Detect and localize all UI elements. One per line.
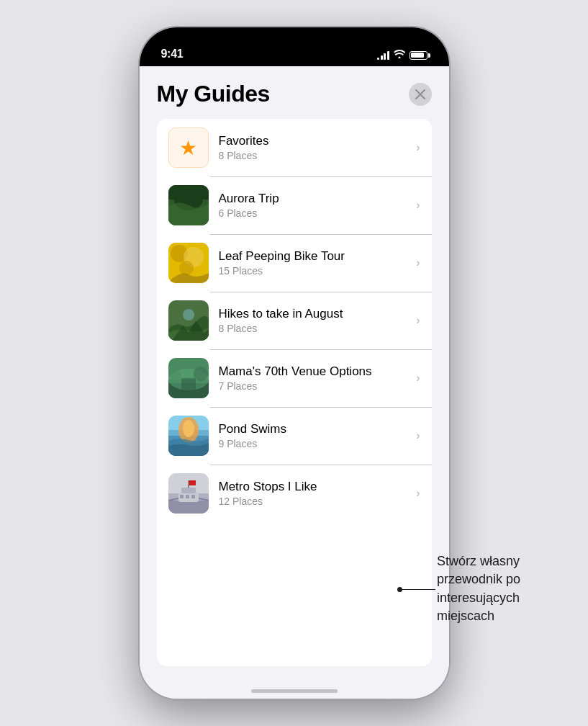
guide-name-favorites: Favorites xyxy=(219,134,407,148)
chevron-right-icon-7: › xyxy=(416,487,420,500)
guide-places-metro: 12 Places xyxy=(219,496,407,507)
chevron-right-icon-3: › xyxy=(416,256,420,269)
guide-thumbnail-pond xyxy=(168,416,209,456)
guide-item-leaf-peeping[interactable]: Leaf Peeping Bike Tour 15 Places › xyxy=(157,234,432,292)
guide-item-metro-stops[interactable]: Metro Stops I Like 12 Places › xyxy=(157,465,432,522)
guide-info-metro: Metro Stops I Like 12 Places xyxy=(219,480,407,507)
header-row: My Guides xyxy=(157,81,432,107)
guide-thumbnail-aurora-trip xyxy=(168,185,209,225)
close-button[interactable] xyxy=(409,83,432,106)
svg-rect-31 xyxy=(186,495,189,498)
phone-frame: 9:41 My Guides xyxy=(140,27,449,699)
status-icons xyxy=(377,50,428,60)
star-icon: ★ xyxy=(179,136,197,160)
guide-thumbnail-venue xyxy=(168,358,209,398)
svg-rect-16 xyxy=(181,378,196,398)
chevron-right-icon-5: › xyxy=(416,372,420,385)
guide-item-hikes-august[interactable]: Hikes to take in August 8 Places › xyxy=(157,292,432,349)
guides-list: ★ Favorites 8 Places › xyxy=(157,119,432,666)
guide-item-mamas-venue[interactable]: Mama's 70th Venue Options 7 Places › xyxy=(157,349,432,407)
guide-thumbnail-leaf-peeping xyxy=(168,243,209,283)
svg-point-14 xyxy=(170,370,181,382)
guide-thumbnail-favorites: ★ xyxy=(168,127,209,168)
chevron-right-icon-6: › xyxy=(416,429,420,442)
guide-name-hikes: Hikes to take in August xyxy=(219,307,407,321)
svg-rect-24 xyxy=(168,501,209,514)
chevron-right-icon-4: › xyxy=(416,314,420,327)
guide-item-favorites[interactable]: ★ Favorites 8 Places › xyxy=(157,119,432,176)
guide-places-aurora-trip: 6 Places xyxy=(219,207,407,219)
signal-bars-icon xyxy=(377,51,389,60)
svg-point-7 xyxy=(179,261,194,275)
guide-item-aurora-trip[interactable]: Aurora Trip 6 Places › xyxy=(157,176,432,234)
guide-places-favorites: 8 Places xyxy=(219,150,407,161)
guide-places-hikes: 8 Places xyxy=(219,323,407,334)
callout-line xyxy=(399,589,435,590)
guide-places-leaf-peeping: 15 Places xyxy=(219,265,407,277)
status-time: 9:41 xyxy=(161,48,184,60)
battery-icon xyxy=(410,51,428,60)
guide-places-venue: 7 Places xyxy=(219,380,407,392)
guide-info-aurora-trip: Aurora Trip 6 Places xyxy=(219,192,407,219)
home-indicator xyxy=(251,689,338,693)
wifi-icon xyxy=(394,50,405,60)
status-bar: 9:41 xyxy=(140,27,449,66)
svg-point-9 xyxy=(183,309,194,321)
guide-info-hikes: Hikes to take in August 8 Places xyxy=(219,307,407,334)
guide-info-venue: Mama's 70th Venue Options 7 Places xyxy=(219,364,407,392)
svg-rect-28 xyxy=(189,480,196,485)
svg-rect-32 xyxy=(191,495,195,498)
svg-rect-26 xyxy=(181,488,196,493)
guide-thumbnail-metro xyxy=(168,473,209,514)
callout-annotation: Stwórz własny przewodnik po interesujący… xyxy=(437,552,574,625)
guide-info-favorites: Favorites 8 Places xyxy=(219,134,407,161)
guide-name-pond: Pond Swims xyxy=(219,422,407,436)
guide-name-leaf-peeping: Leaf Peeping Bike Tour xyxy=(219,249,407,264)
guide-name-venue: Mama's 70th Venue Options xyxy=(219,364,407,379)
guide-item-pond-swims[interactable]: Pond Swims 9 Places › xyxy=(157,407,432,465)
svg-point-21 xyxy=(183,420,194,437)
guide-thumbnail-hikes xyxy=(168,300,209,341)
main-content: My Guides ★ Favorites 8 Places xyxy=(140,66,449,699)
page-title: My Guides xyxy=(157,81,270,107)
screen: My Guides ★ Favorites 8 Places xyxy=(140,66,449,699)
svg-rect-30 xyxy=(180,495,184,498)
chevron-right-icon: › xyxy=(416,141,420,154)
chevron-right-icon-2: › xyxy=(416,199,420,212)
callout-text: Stwórz własny przewodnik po interesujący… xyxy=(437,554,520,623)
guide-info-pond: Pond Swims 9 Places xyxy=(219,422,407,449)
guide-places-pond: 9 Places xyxy=(219,438,407,449)
dynamic-island xyxy=(251,36,338,60)
guide-info-leaf-peeping: Leaf Peeping Bike Tour 15 Places xyxy=(219,249,407,277)
guide-name-metro: Metro Stops I Like xyxy=(219,480,407,494)
guide-name-aurora-trip: Aurora Trip xyxy=(219,192,407,206)
